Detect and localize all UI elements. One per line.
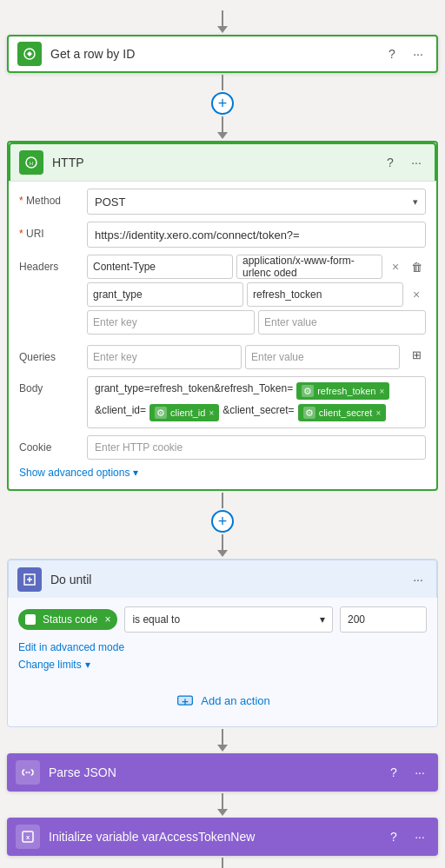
parse-json-help-btn[interactable]: ? — [384, 763, 403, 782]
connector-5 — [217, 858, 228, 868]
advanced-options-arrow: ▾ — [133, 467, 138, 479]
http-body: Method POST ▾ URI https://identity.xero.… — [9, 181, 436, 489]
init-access-icon: x — [16, 825, 40, 849]
header-key-1[interactable]: Content-Type — [87, 255, 233, 279]
chip-icon-2: ⚙ — [155, 407, 167, 419]
method-select[interactable]: POST ▾ — [87, 189, 426, 215]
condition-label: is equal to — [132, 613, 180, 626]
http-menu-btn[interactable]: ··· — [407, 153, 426, 172]
add-step-btn-2[interactable]: + — [211, 510, 234, 533]
header-delete-2[interactable]: × — [407, 285, 426, 304]
body-row: Body grant_type=refresh_token&refresh_To… — [19, 376, 426, 428]
body-text-1: grant_type=refresh_token&refresh_Token= — [95, 382, 293, 394]
get-row-by-id-header[interactable]: Get a row by ID ? ··· — [7, 35, 438, 73]
svg-point-7 — [25, 772, 27, 773]
header-value-2[interactable]: refresh_tocken — [247, 282, 403, 307]
header-key-empty[interactable]: Enter key — [87, 310, 255, 335]
get-row-by-id-block: Get a row by ID ? ··· — [7, 35, 438, 73]
init-access-title: Initialize variable varAccessTokenNew — [49, 830, 384, 844]
header-trash-1[interactable]: 🗑 — [407, 257, 426, 276]
body-text-3: &client_secret= — [222, 404, 294, 416]
chip-label-1: refresh_token — [317, 386, 375, 396]
header-row-2: grant_type refresh_tocken × — [87, 282, 426, 307]
svg-text:x: x — [26, 833, 30, 841]
change-limits-row: Change limits ▾ — [18, 659, 427, 671]
header-row-empty: Enter key Enter value — [87, 310, 426, 335]
header-row-1: Content-Type application/x-www-form-urle… — [87, 255, 426, 279]
header-delete-1[interactable]: × — [386, 257, 405, 276]
top-connector — [217, 10, 228, 33]
get-row-help-btn[interactable]: ? — [382, 44, 402, 63]
headers-table: Content-Type application/x-www-form-urle… — [87, 255, 426, 338]
edit-advanced-link[interactable]: Edit in advanced mode — [18, 641, 427, 653]
method-value: POST — [95, 195, 125, 209]
chip-close-1[interactable]: × — [379, 387, 384, 396]
init-access-token-block: x Initialize variable varAccessTokenNew … — [7, 818, 438, 856]
header-value-1[interactable]: application/x-www-form-urlenc oded — [236, 255, 382, 279]
headers-label: Headers — [19, 255, 80, 273]
status-chip-close[interactable]: × — [104, 613, 110, 626]
cookie-input[interactable]: Enter HTTP cookie — [87, 435, 426, 460]
advanced-options-link[interactable]: Show advanced options ▾ — [19, 467, 426, 479]
parse-json-block: Parse JSON ? ··· — [7, 753, 438, 792]
parse-json-menu-btn[interactable]: ··· — [410, 763, 429, 782]
client-id-chip: ⚙ client_id × — [149, 404, 219, 421]
client-secret-chip: ⚙ client_secret × — [298, 404, 387, 421]
init-access-help-btn[interactable]: ? — [384, 827, 403, 846]
svg-point-8 — [28, 772, 30, 773]
chip-icon-3: ⚙ — [303, 407, 315, 419]
do-until-body: Status code × is equal to ▾ 200 Edit in … — [8, 598, 437, 726]
chip-label-3: client_secret — [319, 407, 373, 418]
uri-input[interactable]: https://identity.xero.com/connect/token?… — [87, 222, 426, 248]
do-until-menu-btn[interactable]: ··· — [408, 570, 428, 589]
parse-json-header[interactable]: Parse JSON ? ··· — [7, 753, 438, 792]
condition-row: Status code × is equal to ▾ 200 — [18, 606, 427, 633]
queries-label: Queries — [19, 345, 80, 363]
body-label: Body — [19, 376, 80, 394]
add-action-label: Add an action — [201, 694, 270, 707]
status-code-chip: Status code × — [18, 609, 117, 630]
http-header[interactable]: H HTTP ? ··· — [9, 142, 436, 181]
uri-value: https://identity.xero.com/connect/token?… — [95, 229, 300, 242]
chip-close-3[interactable]: × — [375, 408, 381, 418]
body-text-2: &client_id= — [95, 404, 146, 416]
get-row-menu-btn[interactable]: ··· — [408, 44, 428, 63]
add-action-btn[interactable]: Add an action — [18, 683, 427, 718]
condition-select[interactable]: is equal to ▾ — [124, 606, 333, 633]
parse-json-title: Parse JSON — [49, 765, 384, 779]
query-key[interactable]: Enter key — [87, 345, 242, 369]
condition-arrow: ▾ — [320, 613, 325, 626]
change-limits-arrow[interactable]: ▾ — [85, 659, 90, 671]
add-action-icon — [175, 690, 196, 711]
header-key-2[interactable]: grant_type — [87, 282, 243, 307]
chip-icon-1: ⚙ — [302, 385, 314, 397]
http-help-btn[interactable]: ? — [381, 153, 400, 172]
cookie-row: Cookie Enter HTTP cookie — [19, 435, 426, 460]
status-chip-label: Status code — [43, 613, 97, 626]
change-limits-link[interactable]: Change limits — [18, 659, 82, 671]
do-until-title: Do until — [50, 573, 408, 586]
init-access-menu-btn[interactable]: ··· — [410, 827, 429, 846]
do-until-header[interactable]: Do until ··· — [8, 560, 437, 598]
connector-4 — [217, 793, 228, 816]
header-value-empty[interactable]: Enter value — [258, 310, 426, 335]
status-chip-icon — [25, 614, 36, 625]
get-row-title: Get a row by ID — [50, 47, 382, 61]
connector-1: + — [211, 75, 234, 139]
http-icon: H — [19, 150, 43, 175]
add-step-btn-1[interactable]: + — [211, 92, 234, 115]
init-access-token-header[interactable]: x Initialize variable varAccessTokenNew … — [7, 818, 438, 856]
do-until-icon — [17, 567, 42, 592]
advanced-options-label: Show advanced options — [19, 467, 130, 479]
method-row: Method POST ▾ — [19, 189, 426, 215]
query-value[interactable]: Enter value — [245, 345, 400, 369]
uri-label: URI — [19, 222, 80, 240]
queries-add-btn[interactable]: ⊞ — [407, 345, 426, 364]
condition-value[interactable]: 200 — [340, 606, 427, 633]
headers-row: Headers Content-Type application/x-www-f… — [19, 255, 426, 338]
get-row-icon — [17, 42, 42, 66]
chip-close-2[interactable]: × — [209, 408, 214, 418]
parse-json-icon — [16, 760, 40, 785]
http-block: H HTTP ? ··· Method POST ▾ URI h — [7, 141, 438, 491]
body-field[interactable]: grant_type=refresh_token&refresh_Token= … — [87, 376, 426, 428]
